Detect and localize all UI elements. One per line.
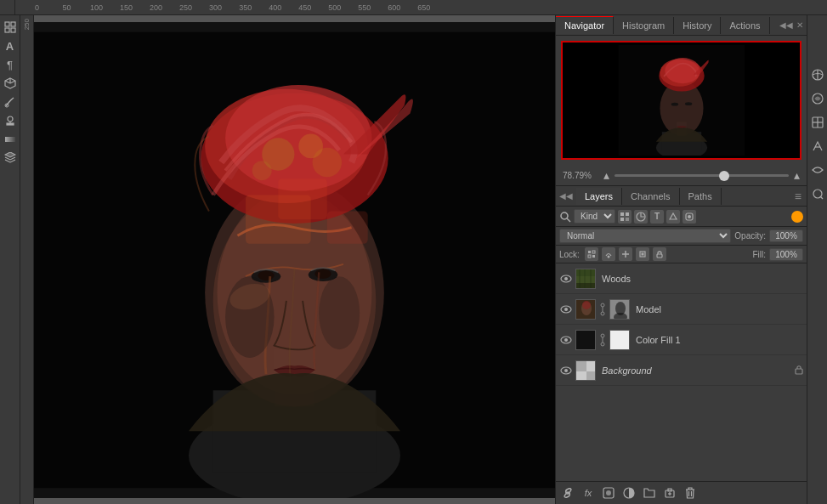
svg-point-94	[564, 369, 568, 372]
layer-eye-colorfill[interactable]	[559, 333, 573, 347]
lock-pixels-icon[interactable]	[602, 247, 615, 261]
svg-rect-92	[610, 331, 630, 350]
layer-woods[interactable]: Woods	[556, 263, 807, 294]
rs-tool1-icon[interactable]	[809, 66, 826, 83]
grid-icon[interactable]	[2, 19, 19, 36]
canvas-image[interactable]	[34, 15, 555, 504]
svg-line-7	[5, 81, 10, 83]
navigator-panel: Navigator Histogram History Actions ◀◀ ✕	[556, 15, 807, 186]
svg-rect-52	[626, 218, 629, 221]
zoom-percentage: 78.79%	[563, 171, 598, 180]
layers-menu-btn[interactable]: ≡	[795, 190, 807, 203]
add-mask-btn[interactable]	[600, 484, 617, 501]
layer-thumb-background	[575, 360, 596, 381]
layers-tabs: ◀◀ Layers Channels Paths ≡	[556, 186, 807, 207]
stamp-icon[interactable]	[2, 112, 19, 129]
svg-rect-57	[592, 251, 595, 253]
filter-type-select[interactable]: Kind	[574, 209, 615, 224]
tab-actions[interactable]: Actions	[721, 17, 769, 34]
svg-rect-0	[5, 22, 9, 26]
panel-collapse-btn[interactable]: ◀◀	[779, 20, 793, 30]
rs-tool3-icon[interactable]	[809, 114, 826, 131]
opacity-label: Opacity:	[734, 231, 766, 241]
new-layer-btn[interactable]	[661, 484, 678, 501]
ruler-marks: 0 50 100 150 200 250 300 350 400 450 500…	[31, 3, 430, 12]
layer-chain-colorfill[interactable]	[598, 333, 607, 347]
vertical-ruler: 050100150200250300350400450500	[20, 15, 34, 504]
rs-tool4-icon[interactable]	[809, 138, 826, 155]
layer-eye-background[interactable]	[559, 364, 573, 377]
svg-line-6	[10, 81, 15, 83]
layer-thumb-model-mask	[609, 299, 630, 320]
filter-shape-icon[interactable]	[666, 210, 680, 224]
svg-rect-71	[576, 283, 596, 289]
filter-smartobj-icon[interactable]	[683, 210, 696, 224]
zoom-out-btn[interactable]: ▴	[603, 168, 609, 182]
tab-navigator[interactable]: Navigator	[556, 16, 614, 34]
tab-paths[interactable]: Paths	[680, 188, 722, 205]
delete-layer-btn[interactable]	[682, 484, 699, 501]
create-group-btn[interactable]	[641, 484, 658, 501]
canvas-area: 050100150200250300350400450500	[20, 15, 555, 504]
paintbrush-icon[interactable]	[2, 93, 19, 110]
rs-tool5-icon[interactable]	[809, 161, 826, 178]
fill-input[interactable]	[769, 248, 803, 261]
zoom-in-btn[interactable]: ▴	[794, 168, 800, 182]
svg-point-76	[564, 308, 568, 311]
layer-eye-model[interactable]	[559, 303, 573, 316]
svg-point-26	[314, 269, 331, 278]
svg-rect-28	[278, 178, 326, 219]
rs-tool6-icon[interactable]	[809, 185, 826, 202]
svg-point-67	[564, 277, 568, 280]
svg-point-87	[564, 338, 568, 342]
tab-history[interactable]: History	[674, 17, 721, 34]
gradient-icon[interactable]	[2, 131, 19, 148]
zoom-thumb[interactable]	[719, 171, 729, 181]
filter-bar: Kind T	[556, 207, 807, 227]
svg-rect-69	[576, 269, 596, 276]
layers-tool-icon[interactable]	[2, 150, 19, 167]
svg-point-89	[601, 334, 604, 337]
lock-artboard-icon[interactable]	[636, 247, 649, 261]
layer-background[interactable]: Background	[556, 355, 807, 386]
rs-tool2-icon[interactable]	[809, 90, 826, 107]
layer-name-woods: Woods	[598, 274, 803, 284]
layers-expand-btn[interactable]: ◀◀	[556, 191, 576, 201]
svg-rect-1	[11, 22, 15, 26]
artwork-canvas	[34, 22, 555, 498]
svg-point-91	[601, 343, 604, 346]
layer-effects-btn[interactable]: fx	[580, 484, 597, 501]
filter-toggle[interactable]	[791, 211, 803, 223]
link-layers-btn[interactable]	[559, 484, 576, 501]
tab-layers[interactable]: Layers	[576, 188, 622, 205]
svg-rect-10	[7, 123, 14, 125]
layer-chain-model[interactable]	[598, 303, 607, 316]
layers-panel: ◀◀ Layers Channels Paths ≡ Kind	[556, 186, 807, 504]
new-fill-adjustment-btn[interactable]	[620, 484, 637, 501]
text-cursor-icon[interactable]: A	[2, 37, 19, 54]
filter-pixel-icon[interactable]	[618, 210, 632, 224]
svg-line-116	[820, 196, 823, 199]
layer-model[interactable]: Model	[556, 294, 807, 325]
opacity-input[interactable]	[769, 229, 803, 242]
panel-close-btn[interactable]: ✕	[796, 20, 803, 30]
svg-point-35	[319, 276, 360, 349]
navigator-tabs: Navigator Histogram History Actions ◀◀ ✕	[556, 15, 807, 36]
lock-label: Lock:	[559, 250, 580, 259]
lock-position-icon[interactable]	[619, 247, 632, 261]
cube-icon[interactable]	[2, 75, 19, 92]
zoom-slider[interactable]	[615, 174, 789, 177]
svg-rect-64	[641, 253, 643, 256]
layer-eye-woods[interactable]	[559, 272, 573, 286]
filter-adjustment-icon[interactable]	[634, 210, 648, 224]
lock-transparent-icon[interactable]	[585, 247, 598, 261]
tab-channels[interactable]: Channels	[622, 188, 679, 205]
paragraph-icon[interactable]: ¶	[2, 56, 19, 73]
svg-point-25	[258, 270, 274, 280]
filter-type-icon[interactable]: T	[650, 210, 664, 224]
layer-color-fill[interactable]: Color Fill 1	[556, 325, 807, 355]
blend-opacity-bar: Normal Opacity:	[556, 227, 807, 246]
blend-mode-select[interactable]: Normal	[559, 229, 731, 243]
tab-histogram[interactable]: Histogram	[614, 17, 674, 34]
lock-all-icon[interactable]	[653, 247, 666, 261]
